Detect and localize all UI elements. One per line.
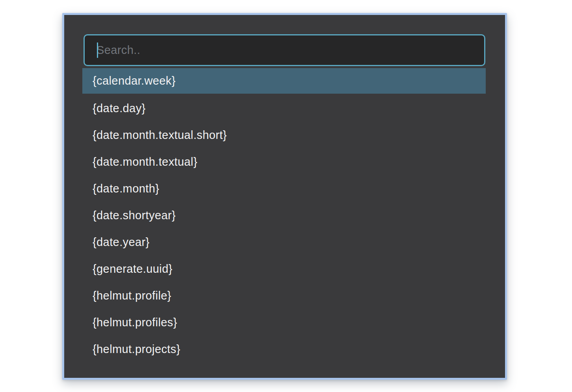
search-input[interactable] — [84, 34, 485, 66]
list-item[interactable]: {helmut.projects} — [82, 336, 486, 362]
variable-picker-panel: {calendar.week}{date.day}{date.month.tex… — [62, 13, 507, 380]
list-item[interactable]: {generate.uuid} — [82, 255, 486, 282]
list-item[interactable]: {date.year} — [82, 229, 486, 255]
list-item[interactable]: {date.month.textual.short} — [82, 122, 486, 148]
list-item[interactable]: {date.month} — [82, 175, 486, 202]
list-item[interactable]: {date.day} — [82, 95, 486, 122]
variable-list: {calendar.week}{date.day}{date.month.tex… — [82, 68, 486, 362]
list-item-selected[interactable]: {calendar.week} — [82, 68, 486, 94]
list-item[interactable]: {helmut.profile} — [82, 282, 486, 309]
search-field-container — [84, 34, 485, 66]
list-item[interactable]: {date.month.textual} — [82, 148, 486, 175]
list-item[interactable]: {helmut.profiles} — [82, 309, 486, 336]
list-item[interactable]: {date.shortyear} — [82, 202, 486, 229]
